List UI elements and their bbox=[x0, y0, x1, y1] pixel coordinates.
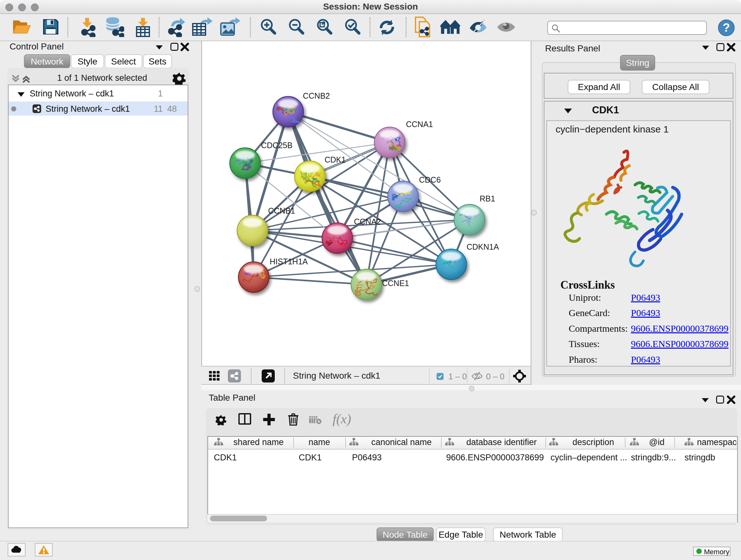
svg-text:CCNE1: CCNE1 bbox=[382, 279, 409, 288]
svg-text:RB1: RB1 bbox=[480, 194, 495, 203]
svg-text:CCNA2: CCNA2 bbox=[354, 217, 381, 226]
svg-text:CDKN1A: CDKN1A bbox=[467, 242, 499, 251]
svg-text:CCNB1: CCNB1 bbox=[268, 206, 295, 215]
svg-text:CDC6: CDC6 bbox=[419, 175, 441, 184]
svg-text:CCNA1: CCNA1 bbox=[406, 120, 433, 129]
svg-text:CDC25B: CDC25B bbox=[261, 141, 293, 150]
svg-text:HIST1H1A: HIST1H1A bbox=[270, 257, 308, 266]
svg-text:CCNB2: CCNB2 bbox=[303, 91, 330, 100]
svg-text:CDK1: CDK1 bbox=[325, 155, 346, 164]
